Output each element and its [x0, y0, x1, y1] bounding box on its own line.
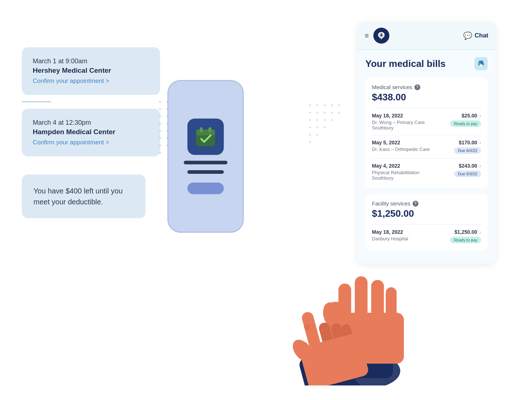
bill-date-2: May 5, 2022 — [372, 140, 430, 145]
bill-row-2[interactable]: May 5, 2022 Dr. Kass – Orthopedic Care $… — [372, 135, 481, 158]
bill-amount-row-2: $170.00 › — [459, 140, 481, 145]
medical-services-section: Medical services ? $438.00 May 18, 2022 … — [365, 77, 488, 188]
status-badge-4: Ready to pay — [450, 237, 481, 243]
svg-rect-2 — [200, 127, 203, 132]
hands-illustration — [255, 175, 437, 385]
svg-rect-1 — [196, 129, 215, 135]
chevron-icon-3: › — [479, 163, 481, 169]
panel-header: ≡ 💬 Chat — [357, 22, 496, 50]
status-badge-3: Due 6/3/22 — [454, 171, 481, 177]
confirm-link-1[interactable]: Confirm your appointment > — [33, 77, 109, 84]
status-badge-2: Due 6/4/22 — [454, 147, 481, 154]
bill-row-1[interactable]: May 18, 2022 Dr. Wong – Primary CareSout… — [372, 108, 481, 135]
svg-point-72 — [338, 112, 340, 114]
svg-point-36 — [159, 115, 161, 117]
bill-right-2: $170.00 › Due 6/4/22 — [454, 140, 481, 154]
info-icon-medical[interactable]: ? — [414, 84, 420, 90]
bills-header: Your medical bills — [365, 57, 488, 70]
phone-line-2 — [187, 170, 224, 174]
bill-info-2: May 5, 2022 Dr. Kass – Orthopedic Care — [372, 140, 430, 152]
header-left: ≡ — [365, 28, 389, 44]
bill-amount-row-1: $25.00 › — [462, 113, 481, 119]
bill-desc-2: Dr. Kass – Orthopedic Care — [372, 147, 430, 152]
appointment-date-2: March 4 at 12:30pm — [33, 119, 149, 127]
deductible-text: You have $400 left until you meet your d… — [33, 185, 134, 207]
svg-rect-87 — [480, 64, 483, 67]
chevron-icon-4: › — [479, 229, 481, 235]
svg-point-76 — [331, 119, 333, 121]
svg-point-75 — [323, 119, 326, 121]
medical-services-total: $438.00 — [372, 92, 481, 103]
bill-amount-row-3: $243.00 › — [459, 163, 481, 169]
svg-rect-88 — [480, 63, 481, 64]
svg-point-82 — [309, 141, 311, 143]
bill-info-1: May 18, 2022 Dr. Wong – Primary CareSout… — [372, 113, 425, 131]
svg-point-79 — [323, 126, 326, 128]
bill-amount-4: $1,250.00 — [454, 229, 477, 235]
deductible-bubble: You have $400 left until you meet your d… — [22, 175, 146, 218]
bills-title: Your medical bills — [365, 58, 446, 69]
confirm-link-2[interactable]: Confirm your appointment > — [33, 139, 109, 146]
svg-point-22 — [159, 101, 161, 103]
bill-amount-row-4: $1,250.00 › — [454, 229, 481, 235]
phone-button[interactable] — [187, 183, 224, 194]
bill-right-1: $25.00 › Ready to pay — [450, 113, 481, 127]
svg-point-62 — [159, 152, 161, 154]
svg-point-80 — [309, 133, 311, 136]
bill-amount-2: $170.00 — [459, 140, 477, 145]
svg-point-65 — [323, 104, 326, 107]
svg-point-63 — [309, 104, 311, 107]
chevron-icon-2: › — [479, 140, 481, 145]
svg-point-56 — [159, 137, 161, 139]
svg-point-77 — [309, 126, 311, 128]
svg-point-67 — [338, 104, 340, 107]
svg-point-60 — [159, 144, 161, 147]
dot-pattern-right — [306, 102, 365, 167]
hamburger-icon[interactable]: ≡ — [365, 32, 369, 40]
bill-amount-3: $243.00 — [459, 163, 477, 169]
logo — [373, 28, 389, 44]
svg-point-29 — [159, 108, 161, 110]
svg-point-74 — [316, 119, 318, 121]
bill-date-1: May 18, 2022 — [372, 113, 425, 119]
svg-point-73 — [309, 119, 311, 121]
appointment-location-1: Hershey Medical Center — [33, 67, 149, 75]
phone-line-1 — [184, 161, 227, 164]
svg-rect-3 — [209, 127, 211, 132]
bill-right-4: $1,250.00 › Ready to pay — [450, 229, 481, 243]
bill-date-3: May 4, 2022 — [372, 163, 420, 169]
calendar-icon — [187, 119, 224, 155]
svg-point-69 — [316, 112, 318, 114]
appointment-date-1: March 1 at 9:00am — [33, 57, 149, 65]
print-button[interactable] — [475, 57, 488, 70]
svg-point-81 — [316, 133, 318, 136]
svg-point-66 — [331, 104, 333, 107]
svg-point-50 — [159, 130, 161, 132]
chat-label: Chat — [475, 32, 488, 39]
appointment-location-2: Hampden Medical Center — [33, 128, 149, 136]
status-badge-1: Ready to pay — [450, 120, 481, 127]
chevron-icon-1: › — [479, 113, 481, 119]
svg-point-78 — [316, 126, 318, 128]
chat-button[interactable]: 💬 Chat — [463, 31, 488, 40]
svg-point-71 — [331, 112, 333, 114]
bill-desc-1: Dr. Wong – Primary CareSouthbury — [372, 120, 425, 131]
svg-point-70 — [323, 112, 326, 114]
chat-icon: 💬 — [463, 31, 472, 40]
svg-point-64 — [316, 104, 318, 107]
bill-amount-1: $25.00 — [462, 113, 477, 119]
phone-mockup — [167, 80, 244, 233]
bill-right-3: $243.00 › Due 6/3/22 — [454, 163, 481, 177]
divider — [22, 101, 51, 102]
svg-point-43 — [159, 123, 161, 125]
svg-point-68 — [309, 112, 311, 114]
medical-services-label: Medical services ? — [372, 84, 481, 90]
